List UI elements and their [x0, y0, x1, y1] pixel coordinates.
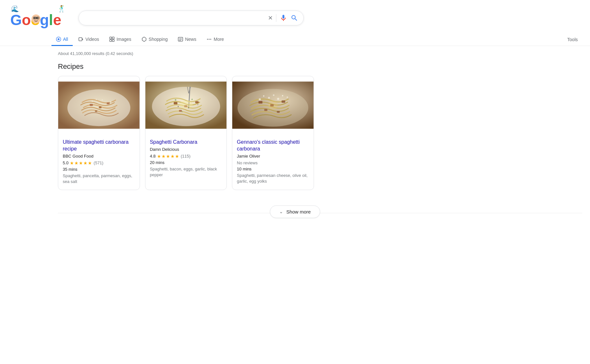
- svg-point-48: [188, 107, 189, 108]
- search-bar-container: spaghetti carbonara recipe ✕: [78, 11, 304, 25]
- svg-rect-16: [112, 40, 114, 41]
- recipe-image-1: [145, 76, 227, 134]
- card-time-1: 20 mins: [150, 160, 222, 165]
- search-button[interactable]: [290, 14, 298, 22]
- tools-button[interactable]: Tools: [563, 34, 582, 45]
- card-title-1: Spaghetti Carbonara: [150, 139, 222, 146]
- card-time-2: 10 mins: [237, 167, 309, 171]
- svg-point-44: [175, 99, 176, 101]
- chevron-down-icon: ⌄: [279, 209, 283, 214]
- show-more-button[interactable]: ⌄ Show more: [270, 205, 320, 218]
- svg-rect-56: [277, 111, 280, 113]
- search-divider: [276, 14, 276, 22]
- show-more-container: ⌄ Show more: [0, 195, 590, 231]
- card-ingredients-2: Spaghetti, parmesan cheese, olive oil, g…: [237, 173, 309, 184]
- stars-0: ★★★★★: [70, 160, 92, 166]
- svg-rect-55: [264, 109, 268, 111]
- card-ingredients-0: Spaghetti, pancetta, parmesan, eggs, sea…: [63, 173, 135, 185]
- recipe-image-0: [58, 76, 140, 134]
- videos-icon: [78, 37, 84, 42]
- svg-rect-26: [90, 104, 93, 106]
- mic-icon[interactable]: [280, 14, 287, 22]
- results-container: About 41,100,000 results (0.42 seconds) …: [0, 46, 322, 195]
- card-title-0: Ultimate spaghetti carbonara recipe: [63, 139, 135, 152]
- google-logo-doodle[interactable]: 🌊 🕺 Google: [8, 5, 72, 31]
- svg-rect-52: [259, 101, 263, 104]
- svg-rect-15: [110, 40, 112, 41]
- card-rating-1: 4.8 ★★★★★ (115): [150, 154, 222, 159]
- logo-area: 🌊 🕺 Google: [8, 5, 72, 31]
- svg-point-46: [181, 111, 182, 112]
- tab-videos[interactable]: Videos: [74, 33, 104, 46]
- svg-point-49: [197, 104, 198, 105]
- svg-rect-42: [179, 110, 182, 112]
- card-time-0: 35 mins: [63, 167, 135, 172]
- search-svg: [290, 14, 298, 22]
- svg-point-45: [191, 99, 193, 100]
- tab-news[interactable]: News: [173, 33, 201, 46]
- news-icon: [178, 37, 183, 42]
- svg-rect-29: [95, 110, 97, 112]
- tab-shopping[interactable]: Shopping: [137, 33, 172, 46]
- tab-images[interactable]: Images: [105, 33, 136, 46]
- svg-point-63: [282, 95, 283, 96]
- svg-point-60: [287, 96, 288, 98]
- search-icons: ✕: [268, 14, 298, 22]
- card-title-2: Gennaro's classic spaghetti carbonara: [237, 139, 309, 152]
- images-icon: [109, 37, 115, 42]
- svg-rect-28: [107, 103, 110, 105]
- recipe-card-1[interactable]: Spaghetti Carbonara Damn Delicious 4.8 ★…: [145, 76, 227, 190]
- svg-rect-39: [174, 102, 177, 104]
- svg-point-23: [210, 39, 211, 40]
- search-bar: spaghetti carbonara recipe ✕: [78, 11, 304, 25]
- tab-more[interactable]: More: [202, 33, 228, 46]
- svg-rect-54: [282, 100, 285, 103]
- card-content-1: Spaghetti Carbonara Damn Delicious 4.8 ★…: [145, 135, 227, 183]
- svg-point-61: [263, 95, 264, 96]
- svg-rect-11: [79, 38, 82, 41]
- show-more-line: [58, 213, 582, 213]
- svg-point-3: [32, 14, 41, 23]
- show-more-label: Show more: [286, 209, 311, 214]
- svg-point-32: [110, 101, 112, 103]
- section-title: Recipes: [58, 62, 314, 71]
- nav-tabs: All Videos Images Shopping News: [0, 33, 590, 46]
- svg-point-4: [34, 17, 35, 19]
- header: 🌊 🕺 Google spaghetti carbonara recipe: [0, 0, 590, 31]
- all-icon: [56, 37, 61, 42]
- svg-point-10: [58, 38, 60, 40]
- card-content-0: Ultimate spaghetti carbonara recipe BBC …: [58, 135, 140, 190]
- card-ingredients-1: Spaghetti, bacon, eggs, garlic, black pe…: [150, 166, 222, 178]
- tab-all[interactable]: All: [51, 33, 73, 46]
- search-input[interactable]: spaghetti carbonara recipe: [84, 15, 264, 21]
- svg-point-31: [102, 99, 103, 101]
- more-icon: [207, 37, 212, 42]
- svg-point-47: [178, 106, 179, 107]
- svg-point-22: [209, 39, 210, 40]
- shopping-icon: [142, 37, 147, 42]
- recipe-cards: Ultimate spaghetti carbonara recipe BBC …: [58, 76, 314, 190]
- svg-point-57: [259, 98, 261, 101]
- svg-point-33: [96, 99, 97, 100]
- card-source-1: Damn Delicious: [150, 147, 222, 152]
- clear-icon[interactable]: ✕: [268, 14, 273, 22]
- card-rating-0: 5.0 ★★★★★ (571): [63, 160, 135, 166]
- svg-point-5: [37, 17, 38, 19]
- svg-point-58: [268, 97, 270, 99]
- svg-point-43: [180, 101, 193, 108]
- svg-marker-12: [82, 38, 83, 40]
- svg-point-62: [273, 95, 275, 96]
- card-content-2: Gennaro's classic spaghetti carbonara Ja…: [232, 135, 314, 189]
- svg-point-30: [92, 100, 93, 102]
- results-count: About 41,100,000 results (0.42 seconds): [58, 51, 314, 56]
- svg-point-59: [277, 98, 280, 100]
- svg-rect-14: [112, 37, 114, 39]
- card-source-2: Jamie Oliver: [237, 154, 309, 159]
- svg-point-21: [207, 39, 208, 40]
- card-source-0: BBC Good Food: [63, 154, 135, 159]
- svg-point-64: [268, 100, 278, 110]
- recipe-card-0[interactable]: Ultimate spaghetti carbonara recipe BBC …: [58, 76, 140, 190]
- mic-svg: [280, 14, 287, 22]
- recipe-card-2[interactable]: Gennaro's classic spaghetti carbonara Ja…: [232, 76, 314, 190]
- recipe-image-2: [232, 76, 314, 134]
